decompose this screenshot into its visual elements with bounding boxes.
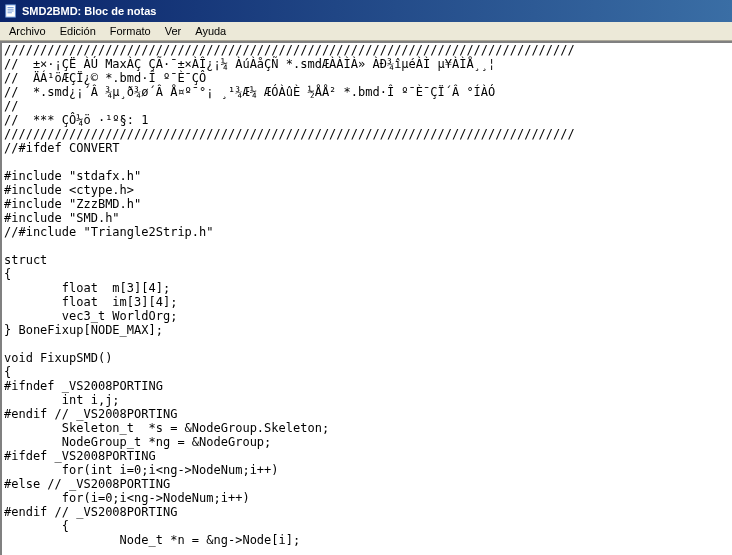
editor-text[interactable]: ////////////////////////////////////////…	[2, 43, 732, 555]
menu-ayuda[interactable]: Ayuda	[188, 23, 233, 39]
editor-area[interactable]: ////////////////////////////////////////…	[0, 41, 732, 555]
menu-ver[interactable]: Ver	[158, 23, 189, 39]
menu-edicion[interactable]: Edición	[53, 23, 103, 39]
menu-archivo[interactable]: Archivo	[2, 23, 53, 39]
menu-formato[interactable]: Formato	[103, 23, 158, 39]
notepad-icon	[4, 4, 18, 18]
menubar: Archivo Edición Formato Ver Ayuda	[0, 22, 732, 41]
titlebar: SMD2BMD: Bloc de notas	[0, 0, 732, 22]
window-title: SMD2BMD: Bloc de notas	[22, 5, 156, 17]
